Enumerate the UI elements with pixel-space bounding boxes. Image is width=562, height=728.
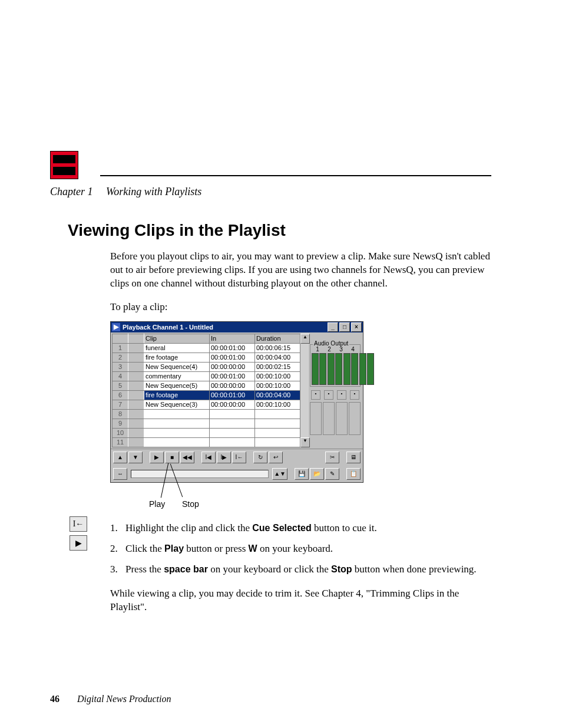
fader-4[interactable] — [349, 402, 361, 435]
cell-dur[interactable] — [255, 437, 300, 447]
step-2: Click the Play button or press W on your… — [110, 541, 491, 556]
cell-clip[interactable]: fire footage — [144, 390, 210, 400]
table-row[interactable]: 3New Sequence(4)00:00:00:0000:00:02:15 — [113, 362, 300, 371]
monitor-button[interactable]: 🖥 — [346, 452, 361, 463]
eq-button-3[interactable]: • — [337, 390, 346, 400]
titlebar[interactable]: ▶ Playback Channel 1 - Untitled _ □ × — [111, 322, 363, 332]
outro-paragraph: While viewing a clip, you may decide to … — [110, 587, 491, 614]
audio-output-label: Audio Output — [313, 340, 349, 347]
col-in[interactable]: In — [210, 334, 255, 343]
fader-1[interactable] — [310, 402, 322, 435]
scrollbar[interactable]: ▲ ▼ — [300, 334, 309, 447]
intro-paragraph: Before you playout clips to air, you may… — [110, 250, 491, 291]
cell-in[interactable]: 00:00:01:00 — [210, 371, 255, 381]
row-status — [128, 409, 144, 419]
open-button[interactable]: 📂 — [310, 468, 324, 480]
callout-stop: Stop — [182, 499, 199, 509]
cell-clip[interactable] — [144, 428, 210, 437]
move-up-button[interactable]: ▲ — [113, 452, 127, 463]
close-button[interactable]: × — [351, 322, 362, 332]
window-title: Playback Channel 1 - Untitled — [123, 324, 213, 331]
table-row[interactable]: 8 — [113, 409, 300, 419]
bottom-bar: ↔ ▲▼ 💾 📂 ✎ 📋 — [111, 466, 363, 482]
cue-next-button[interactable]: I▶ — [217, 452, 231, 463]
cell-in[interactable]: 00:00:01:00 — [210, 390, 255, 400]
cell-clip[interactable] — [144, 409, 210, 419]
cell-in[interactable] — [210, 428, 255, 437]
table-row[interactable]: 1funeral00:00:01:0000:00:06:15 — [113, 343, 300, 353]
row-num: 2 — [113, 353, 128, 362]
fader-3[interactable] — [336, 402, 348, 435]
cell-clip[interactable]: New Sequence(5) — [144, 381, 210, 390]
to-play-label: To play a clip: — [110, 301, 491, 314]
cell-clip[interactable]: commentary — [144, 371, 210, 381]
cell-clip[interactable]: fire footage — [144, 353, 210, 362]
page-heading: Viewing Clips in the Playlist — [68, 221, 491, 240]
cell-dur[interactable] — [255, 409, 300, 419]
cell-in[interactable]: 00:00:01:00 — [210, 353, 255, 362]
cell-dur[interactable]: 00:00:04:00 — [255, 353, 300, 362]
cell-in[interactable] — [210, 419, 255, 428]
cell-in[interactable]: 00:00:01:00 — [210, 343, 255, 353]
audio-sliders[interactable] — [310, 402, 361, 435]
table-row[interactable]: 4commentary00:00:01:0000:00:10:00 — [113, 371, 300, 381]
chapter-title: Working with Playlists — [106, 186, 201, 197]
cell-in[interactable] — [210, 409, 255, 419]
row-status — [128, 437, 144, 447]
cell-clip[interactable] — [144, 437, 210, 447]
table-row[interactable]: 2fire footage00:00:01:0000:00:04:00 — [113, 353, 300, 362]
eq-button-4[interactable]: • — [350, 390, 359, 400]
cell-clip[interactable]: New Sequence(4) — [144, 362, 210, 371]
table-row[interactable]: 11 — [113, 437, 300, 447]
cue-prev-button[interactable]: I◀ — [201, 452, 216, 463]
cut-button[interactable]: ✂ — [325, 452, 339, 463]
cue-selected-button[interactable]: I← — [232, 452, 246, 463]
app-icon: ▶ — [112, 323, 120, 331]
cell-in[interactable] — [210, 437, 255, 447]
stop-button[interactable]: ■ — [165, 452, 179, 463]
table-row[interactable]: 10 — [113, 428, 300, 437]
move-down-button[interactable]: ▼ — [128, 452, 143, 463]
footer: 46 Digital News Production — [50, 694, 171, 704]
expand-button[interactable]: ↔ — [113, 468, 127, 480]
table-row[interactable]: 9 — [113, 419, 300, 428]
maximize-button[interactable]: □ — [339, 322, 350, 332]
table-row[interactable]: 6fire footage00:00:01:0000:00:04:00 — [113, 390, 300, 400]
spinner[interactable]: ▲▼ — [272, 468, 287, 480]
cell-dur[interactable]: 00:00:10:00 — [255, 381, 300, 390]
save-button[interactable]: 💾 — [295, 468, 309, 480]
progress-bar[interactable] — [131, 470, 269, 478]
cell-dur[interactable] — [255, 419, 300, 428]
col-dur[interactable]: Duration — [255, 334, 300, 343]
minimize-button[interactable]: _ — [328, 322, 338, 332]
cell-clip[interactable]: funeral — [144, 343, 210, 353]
row-status — [128, 353, 144, 362]
rewind-button[interactable]: ◀◀ — [180, 452, 194, 463]
cell-in[interactable]: 00:00:00:00 — [210, 362, 255, 371]
return-button[interactable]: ↩ — [269, 452, 283, 463]
tool-button[interactable]: ✎ — [325, 468, 339, 480]
cell-dur[interactable]: 00:00:10:00 — [255, 400, 300, 409]
play-button[interactable]: ▶ — [150, 452, 164, 463]
fader-2[interactable] — [323, 402, 335, 435]
cell-in[interactable]: 00:00:00:00 — [210, 400, 255, 409]
row-num: 4 — [113, 371, 128, 381]
cell-in[interactable]: 00:00:00:00 — [210, 381, 255, 390]
table-row[interactable]: 5New Sequence(5)00:00:00:0000:00:10:00 — [113, 381, 300, 390]
col-clip[interactable]: Clip — [144, 334, 210, 343]
table-row[interactable]: 7New Sequence(3)00:00:00:0000:00:10:00 — [113, 400, 300, 409]
cell-clip[interactable] — [144, 419, 210, 428]
eq-button-1[interactable]: • — [311, 390, 320, 400]
cell-dur[interactable]: 00:00:02:15 — [255, 362, 300, 371]
cell-clip[interactable]: New Sequence(3) — [144, 400, 210, 409]
cell-dur[interactable]: 00:00:04:00 — [255, 390, 300, 400]
clipboard-button[interactable]: 📋 — [346, 468, 361, 480]
cell-dur[interactable] — [255, 428, 300, 437]
eq-button-2[interactable]: • — [324, 390, 333, 400]
cell-dur[interactable]: 00:00:06:15 — [255, 343, 300, 353]
cell-dur[interactable]: 00:00:10:00 — [255, 371, 300, 381]
loop-button[interactable]: ↻ — [253, 452, 267, 463]
row-status — [128, 390, 144, 400]
row-status — [128, 400, 144, 409]
playlist-table[interactable]: Clip In Duration 1funeral00:00:01:0000:0… — [112, 334, 300, 447]
